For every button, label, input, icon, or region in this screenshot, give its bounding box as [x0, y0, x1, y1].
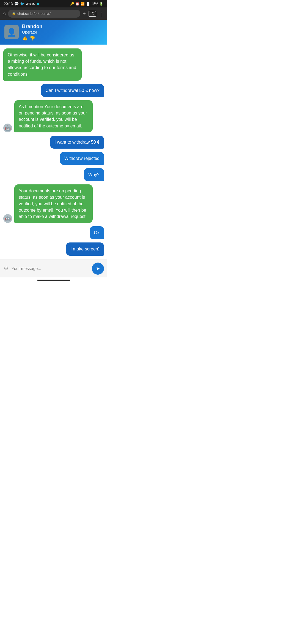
chat-area: Otherwise, it will be considered as a mi…	[0, 45, 107, 260]
message-bubble: I want to withdraw 50 €	[50, 136, 104, 149]
avatar: 👤	[4, 25, 19, 39]
alarm-icon: ⏰	[75, 2, 79, 6]
withdraw-rejected-bubble: Withdraw rejected	[60, 152, 104, 165]
message-bubble: Otherwise, it will be considered as a mi…	[3, 48, 82, 81]
send-button[interactable]: ➤	[92, 263, 104, 275]
wb-icon: WB	[26, 2, 31, 6]
status-left: 20:13 💬 🐦 WB ✉ ◆	[4, 2, 39, 6]
header-info: Brandon Operator 👍 👎	[22, 24, 42, 41]
menu-button[interactable]: ⋮	[99, 10, 105, 17]
message-text: Ok	[94, 230, 100, 235]
message-bubble: I make screen)	[66, 242, 104, 255]
message-bubble: Your documents are on pending status, as…	[14, 184, 93, 223]
chat-header: 👤 Brandon Operator 👍 👎	[0, 20, 107, 45]
tab-switcher-button[interactable]: :D	[89, 11, 96, 17]
home-indicator	[0, 277, 107, 282]
key-icon: 🔑	[70, 2, 74, 6]
browser-actions: + :D ⋮	[82, 10, 105, 17]
status-bar: 20:13 💬 🐦 WB ✉ ◆ 🔑 ⏰ 📶 ▐▌ 45% 🔋	[0, 0, 107, 7]
status-right: 🔑 ⏰ 📶 ▐▌ 45% 🔋	[70, 2, 103, 6]
input-bar: ⚙ ➤	[0, 260, 107, 277]
twitter-icon: 🐦	[20, 2, 24, 6]
message-row: Why?	[3, 168, 104, 181]
avatar-icon: 👤	[7, 28, 16, 37]
message-row: I make screen)	[3, 242, 104, 255]
message-row: Can I withdrawal 50 € now?	[3, 84, 104, 97]
message-text: Withdraw rejected	[64, 156, 100, 161]
operator-role: Operator	[22, 30, 42, 34]
bot-avatar-icon: 🤖	[5, 125, 11, 131]
message-row: 🤖 Your documents are on pending status, …	[3, 184, 104, 223]
message-row: Otherwise, it will be considered as a mi…	[3, 48, 104, 81]
battery-text: 45%	[92, 2, 98, 6]
message-text: Can I withdrawal 50 € now?	[45, 88, 100, 93]
message-row: I want to withdraw 50 €	[3, 136, 104, 149]
send-icon: ➤	[96, 266, 100, 272]
url-box[interactable]: 🔒 chat.scriptfork.com/r/	[8, 10, 80, 18]
message-bubble: Can I withdrawal 50 € now?	[41, 84, 104, 97]
thumbs-down-icon[interactable]: 👎	[30, 36, 35, 41]
operator-name: Brandon	[22, 24, 42, 29]
message-text: Otherwise, it will be considered as a mi…	[8, 53, 76, 77]
mail-icon: ✉	[32, 2, 35, 6]
battery-icon: 🔋	[99, 2, 103, 6]
settings-icon[interactable]: ⚙	[3, 265, 9, 272]
wifi-icon: 📶	[81, 2, 85, 6]
messenger-icon: 💬	[14, 2, 19, 6]
message-bubble: Ok	[90, 226, 104, 239]
signal-icon: ▐▌	[86, 2, 90, 6]
home-icon[interactable]: ⌂	[3, 11, 6, 17]
vpn-icon: ◆	[37, 2, 39, 6]
bot-avatar: 🤖	[3, 124, 12, 132]
new-tab-button[interactable]: +	[82, 10, 86, 17]
message-input[interactable]	[12, 266, 89, 271]
browser-bar: ⌂ 🔒 chat.scriptfork.com/r/ + :D ⋮	[0, 7, 107, 20]
status-time: 20:13	[4, 2, 13, 6]
message-text: As I mention Your documents are on pendi…	[19, 104, 87, 128]
message-text: I want to withdraw 50 €	[54, 140, 100, 144]
thumbs-up-icon[interactable]: 👍	[22, 36, 28, 41]
bot-avatar-icon: 🤖	[5, 215, 11, 222]
rating-buttons[interactable]: 👍 👎	[22, 36, 42, 41]
message-text: Why?	[88, 172, 100, 177]
url-text: chat.scriptfork.com/r/	[17, 12, 51, 16]
message-text: I make screen)	[70, 247, 100, 251]
lock-icon: 🔒	[12, 12, 16, 15]
message-row: 🤖 As I mention Your documents are on pen…	[3, 100, 104, 132]
message-bubble: Why?	[84, 168, 104, 181]
message-row: Ok	[3, 226, 104, 239]
home-bar	[37, 280, 70, 281]
message-text: Your documents are on pending status, as…	[19, 189, 87, 219]
bot-avatar: 🤖	[3, 214, 12, 223]
message-bubble: As I mention Your documents are on pendi…	[14, 100, 93, 132]
message-row: Withdraw rejected	[3, 152, 104, 165]
